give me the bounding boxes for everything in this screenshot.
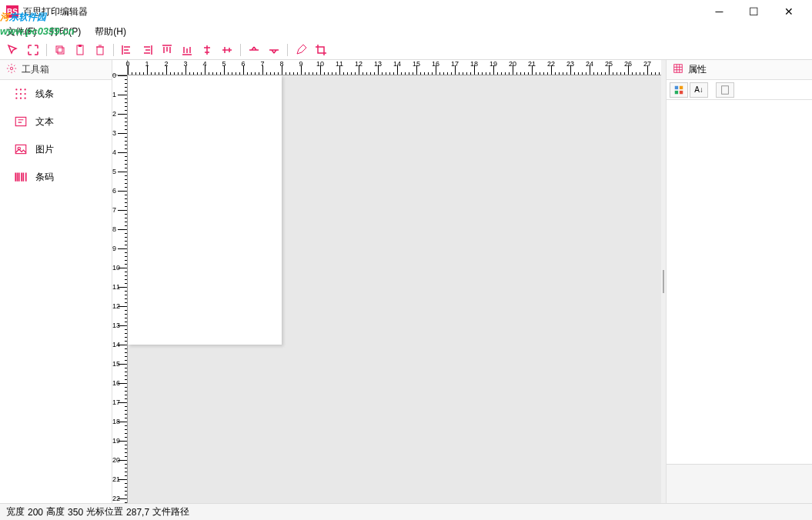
properties-header: 属性: [667, 60, 812, 80]
edit-icon[interactable]: [294, 43, 308, 57]
window-title: 百思打印编辑器: [23, 5, 702, 18]
barcode-icon: [14, 170, 28, 184]
menu-help[interactable]: 帮助(H): [95, 25, 126, 38]
svg-rect-20: [680, 85, 683, 88]
svg-rect-23: [722, 85, 729, 94]
svg-point-9: [15, 93, 17, 95]
ruler-vertical[interactable]: 012345678910111213141516171819202122: [112, 75, 128, 503]
align-right-icon[interactable]: [140, 43, 154, 57]
canvas-viewport[interactable]: [128, 75, 661, 503]
menu-print[interactable]: 打印(P): [50, 25, 81, 38]
toolbar: [0, 40, 812, 60]
svg-rect-15: [15, 117, 26, 125]
svg-point-11: [25, 93, 26, 95]
status-width-label: 宽度: [6, 505, 25, 518]
align-center-v-icon[interactable]: [220, 43, 234, 57]
svg-rect-16: [15, 145, 26, 153]
svg-rect-19: [675, 85, 678, 88]
svg-rect-0: [56, 46, 62, 52]
svg-point-8: [25, 88, 26, 90]
main-area: 工具箱 线条 文本 图片 条码 0123456: [0, 60, 812, 503]
svg-point-5: [10, 67, 13, 70]
tool-label: 文本: [35, 115, 54, 128]
properties-title: 属性: [688, 63, 707, 76]
status-path-label: 文件路径: [152, 505, 189, 518]
svg-rect-4: [97, 47, 103, 55]
svg-rect-21: [675, 90, 678, 93]
toolbox-title: 工具箱: [22, 63, 49, 76]
splitter-grip-icon: [663, 270, 664, 293]
toolbox-header: 工具箱: [0, 60, 112, 80]
statusbar: 宽度 200 高度 350 光标位置 287,7 文件路径: [0, 503, 812, 520]
align-bottom-icon[interactable]: [180, 43, 194, 57]
status-width-value: 200: [28, 507, 43, 518]
svg-point-7: [20, 88, 22, 90]
text-icon: [14, 115, 28, 128]
props-page-icon[interactable]: [716, 82, 734, 98]
svg-point-13: [20, 98, 22, 99]
status-cursor-label: 光标位置: [86, 505, 123, 518]
tool-text[interactable]: 文本: [0, 108, 112, 135]
svg-rect-22: [680, 90, 683, 93]
status-height-value: 350: [68, 507, 83, 518]
menubar: 文件(F) 打印(P) 帮助(H): [0, 23, 812, 40]
sort-az-icon[interactable]: A↓: [690, 82, 708, 98]
svg-rect-3: [79, 45, 82, 47]
grid-icon: [673, 63, 683, 76]
tool-label: 线条: [35, 88, 54, 101]
properties-description: [667, 465, 812, 503]
delete-icon[interactable]: [93, 43, 107, 57]
svg-point-14: [25, 98, 26, 99]
paste-icon[interactable]: [73, 43, 87, 57]
categorize-icon[interactable]: [670, 82, 688, 98]
canvas-area: 0123456789101112131415161718192021222324…: [112, 60, 661, 503]
tool-label: 条码: [35, 171, 54, 184]
tool-image[interactable]: 图片: [0, 135, 112, 163]
tool-line[interactable]: 线条: [0, 80, 112, 108]
properties-panel: 属性 A↓: [666, 60, 812, 503]
image-icon: [14, 142, 28, 156]
crop-icon[interactable]: [314, 43, 328, 57]
svg-point-12: [15, 98, 17, 99]
menu-file[interactable]: 文件(F): [6, 25, 36, 38]
gear-icon: [6, 63, 17, 76]
svg-rect-1: [58, 48, 64, 54]
status-cursor-value: 287,7: [126, 507, 149, 518]
tool-barcode[interactable]: 条码: [0, 163, 112, 191]
svg-point-10: [20, 93, 22, 95]
fullscreen-icon[interactable]: [26, 43, 40, 57]
maximize-button[interactable]: ☐: [737, 0, 771, 23]
line-icon: [14, 87, 28, 101]
app-icon: BS: [6, 5, 18, 18]
bring-front-icon[interactable]: [247, 43, 261, 57]
properties-grid[interactable]: [667, 100, 812, 465]
align-top-icon[interactable]: [160, 43, 174, 57]
copy-icon[interactable]: [53, 43, 67, 57]
titlebar: BS 百思打印编辑器 ─ ☐ ✕: [0, 0, 812, 23]
ruler-horizontal[interactable]: 0123456789101112131415161718192021222324…: [128, 60, 661, 75]
tool-label: 图片: [35, 143, 54, 156]
toolbox-panel: 工具箱 线条 文本 图片 条码: [0, 60, 112, 503]
align-left-icon[interactable]: [120, 43, 134, 57]
close-button[interactable]: ✕: [771, 0, 806, 23]
align-center-h-icon[interactable]: [200, 43, 214, 57]
status-height-label: 高度: [46, 505, 65, 518]
svg-rect-18: [674, 65, 683, 73]
properties-toolbar: A↓: [667, 80, 812, 100]
page[interactable]: [128, 75, 282, 345]
minimize-button[interactable]: ─: [702, 0, 737, 23]
svg-point-6: [15, 88, 17, 90]
select-icon[interactable]: [6, 43, 20, 57]
send-back-icon[interactable]: [267, 43, 281, 57]
